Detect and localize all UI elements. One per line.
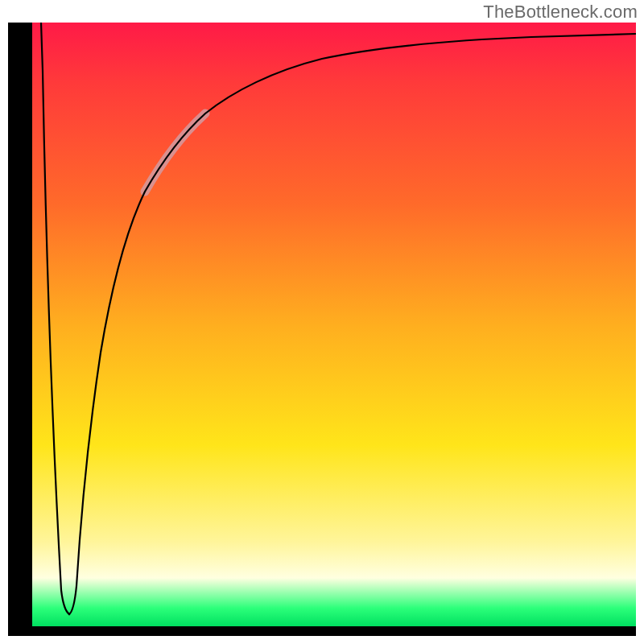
curve-spike-up (69, 34, 636, 614)
plot-border (8, 23, 636, 636)
plot-area (32, 23, 636, 626)
curve-svg (32, 23, 636, 626)
curve-spike-down (41, 23, 69, 614)
curve-highlight-icon (145, 114, 205, 192)
watermark-text: TheBottleneck.com (483, 2, 638, 23)
chart-frame: TheBottleneck.com (0, 0, 644, 644)
